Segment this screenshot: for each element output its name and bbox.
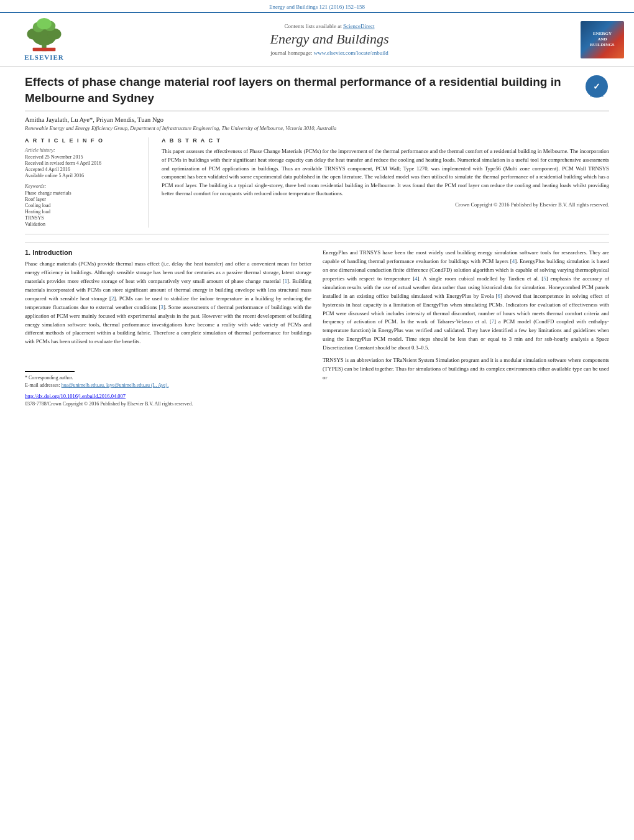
elsevier-logo: ELSEVIER [10,18,78,61]
article-title: Effects of phase change material roof la… [25,74,575,106]
keyword-5: TRNSYS [25,215,141,221]
crossmark-icon: ✓ CrossMark [584,74,609,99]
svg-rect-7 [33,48,56,52]
journal-logo-box: ENERGY AND BUILDINGS [581,21,624,58]
affiliation: Renewable Energy and Energy Efficiency G… [25,125,609,131]
ref-1-link[interactable]: 1 [285,278,287,284]
svg-point-6 [37,18,52,29]
journal-center: Contents lists available at ScienceDirec… [85,23,574,56]
abstract-text: This paper assesses the effectiveness of… [162,147,609,198]
ref-5-link[interactable]: 5 [543,275,546,282]
intro-para-1: Phase change materials (PCMs) provide th… [25,260,311,346]
section-divider [25,242,609,242]
abstract-section: A B S T R A C T This paper assesses the … [162,137,609,228]
journal-header: ELSEVIER Contents lists available at Sci… [0,12,634,67]
ref-2-link[interactable]: 2 [111,295,114,302]
keywords-label: Keywords: [25,183,141,189]
journal-homepage: journal homepage: www.elsevier.com/locat… [85,50,574,56]
intro-heading: 1. Introduction [25,249,311,256]
doi-line: http://dx.doi.org/10.1016/j.enbuild.2016… [25,393,311,399]
journal-title: Energy and Buildings [85,31,574,47]
contents-line: Contents lists available at ScienceDirec… [85,23,574,29]
ref-4-link-b[interactable]: 4 [415,275,417,282]
abstract-copyright: Crown Copyright © 2016 Published by Else… [162,201,609,208]
main-content: Effects of phase change material roof la… [0,67,634,413]
ref-7-link[interactable]: 7 [492,318,494,325]
keyword-4: Heating load [25,209,141,215]
keyword-6: Validation [25,221,141,227]
keyword-1: Phase change materials [25,190,141,196]
svg-text:✓: ✓ [593,82,600,91]
elsevier-tree-icon [19,18,69,52]
journal-logo-text: ENERGY AND BUILDINGS [590,31,614,48]
ref-4-link-a[interactable]: 4 [512,258,515,264]
corresponding-note: * Corresponding author. [25,374,311,382]
sciencedirect-link[interactable]: ScienceDirect [343,23,374,29]
email-note: E-mail addresses: hua@unimelb.edu.au, la… [25,382,311,389]
doi-link[interactable]: http://dx.doi.org/10.1016/j.enbuild.2016… [25,393,126,399]
body-left: 1. Introduction Phase change materials (… [25,249,311,407]
right-para-2: TRNSYS is an abbreviation for TRaNsient … [323,356,609,382]
email-link[interactable]: hua@unimelb.edu.au, laye@unimelb.edu.au … [62,382,169,388]
authors: Amitha Jayalath, Lu Aye*, Priyan Mendis,… [25,116,609,123]
bottom-copyright: 0378-7788/Crown Copyright © 2016 Publish… [25,401,311,407]
history-online: Available online 5 April 2016 [25,173,141,178]
keyword-2: Roof layer [25,196,141,202]
footnote-divider [25,371,75,372]
footnotes-section: * Corresponding author. E-mail addresses… [25,371,311,389]
ref-3-link[interactable]: 3 [161,304,163,310]
homepage-link[interactable]: www.elsevier.com/locate/enbuild [314,50,388,56]
history-label: Article history: [25,147,141,153]
svg-text:CrossMark: CrossMark [590,95,604,98]
article-info: A R T I C L E I N F O Article history: R… [25,137,149,228]
citation-bar: Energy and Buildings 121 (2016) 152–158 [0,0,634,12]
article-info-abstract: A R T I C L E I N F O Article history: R… [25,137,609,234]
ref-6-link[interactable]: 6 [498,293,500,299]
right-para-1: EnergyPlus and TRNSYS have been the most… [323,249,609,353]
abstract-heading: A B S T R A C T [162,137,609,144]
article-info-heading: A R T I C L E I N F O [25,137,141,144]
history-revised: Received in revised form 4 April 2016 [25,160,141,166]
history-accepted: Accepted 4 April 2016 [25,167,141,172]
history-received: Received 25 November 2015 [25,154,141,160]
citation-text: Energy and Buildings 121 (2016) 152–158 [269,4,365,10]
body-columns: 1. Introduction Phase change materials (… [25,249,609,407]
keyword-3: Cooling load [25,203,141,208]
elsevier-wordmark: ELSEVIER [24,53,64,61]
body-right: EnergyPlus and TRNSYS have been the most… [323,249,609,407]
article-title-section: Effects of phase change material roof la… [25,74,609,111]
